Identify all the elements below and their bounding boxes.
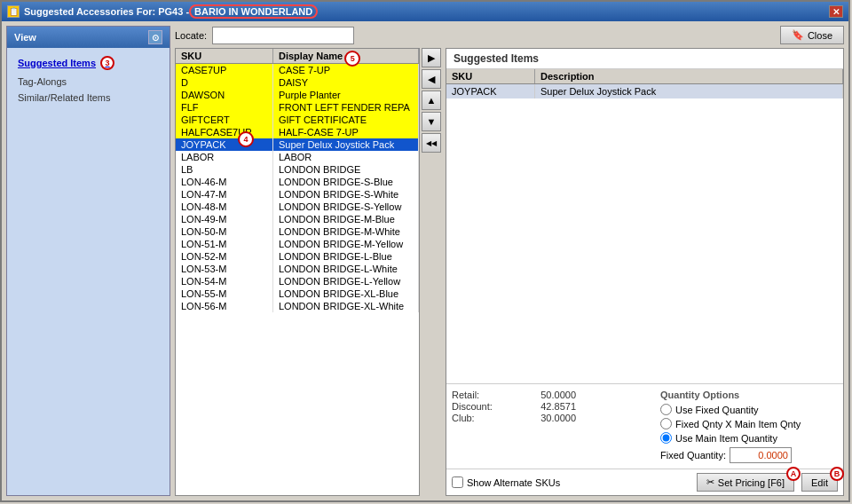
list-item[interactable]: LON-46-M LONDON BRIDGE-S-Blue: [176, 176, 419, 188]
name-cell: LONDON BRIDGE-L-Blue: [273, 250, 419, 263]
sku-cell: LON-55-M: [176, 287, 273, 300]
view-label: View: [14, 32, 36, 43]
list-item[interactable]: LON-50-M LONDON BRIDGE-M-White: [176, 225, 419, 238]
set-pricing-icon: ✂: [706, 476, 714, 488]
list-item[interactable]: DAWSON Purple Planter: [176, 89, 419, 101]
tagalongs-label: Tag-Alongs: [18, 76, 67, 87]
suggested-list-item[interactable]: JOYPACK Super Delux Joystick Pack: [446, 84, 843, 98]
list-item[interactable]: LON-49-M LONDON BRIDGE-M-Blue: [176, 213, 419, 225]
move-up-button[interactable]: ▲: [422, 91, 441, 110]
close-icon: 🔖: [792, 29, 804, 41]
name-cell: LONDON BRIDGE-L-Yellow: [273, 275, 419, 287]
list-item[interactable]: LB LONDON BRIDGE: [176, 163, 419, 176]
move-down-button[interactable]: ▼: [422, 112, 441, 131]
sku-cell: LON-51-M: [176, 238, 273, 250]
title-highlight: BARIO IN WONDERLAND: [189, 4, 318, 19]
name-cell: DAISY: [273, 76, 419, 89]
sku-cell: DAWSON: [176, 89, 273, 101]
locate-label: Locate:: [175, 30, 207, 41]
list-item[interactable]: HALFCASE7UP HALF-CASE 7-UP: [176, 126, 419, 138]
name-cell: LONDON BRIDGE-M-Blue: [273, 213, 419, 225]
name-cell: LONDON BRIDGE-XL-Blue: [273, 287, 419, 300]
name-cell: FRONT LEFT FENDER REPA: [273, 101, 419, 114]
list-item[interactable]: LON-56-M LONDON BRIDGE-XL-White: [176, 300, 419, 312]
radio-fixed-x-main[interactable]: Fixed Qnty X Main Item Qnty: [660, 418, 838, 429]
radio-main-qty[interactable]: Use Main Item Quantity: [660, 432, 838, 444]
suggested-title: Suggested Items: [446, 49, 843, 69]
sku-cell: LON-54-M: [176, 275, 273, 287]
list-item[interactable]: D DAISY: [176, 76, 419, 89]
list-item[interactable]: CASE7UP CASE 7-UP: [176, 64, 419, 76]
list-item[interactable]: LON-48-M LONDON BRIDGE-S-Yellow: [176, 201, 419, 213]
sidebar-item-similar[interactable]: Similar/Related Items: [7, 90, 170, 106]
edit-label: Edit: [811, 477, 828, 488]
suggested-sku-cell: JOYPACK: [446, 84, 535, 98]
sidebar-item-tagalongs[interactable]: Tag-Alongs: [7, 74, 170, 90]
sidebar-item-suggested[interactable]: Suggested Items 3: [7, 52, 170, 74]
sku-list-body[interactable]: CASE7UP CASE 7-UP D DAISY DAWSON Purple …: [176, 64, 419, 495]
discount-label: Discount:: [452, 401, 514, 412]
view-expand-button[interactable]: ⊙: [148, 30, 162, 44]
list-item-selected[interactable]: JOYPACK Super Delux Joystick Pack 4: [176, 138, 419, 151]
list-item[interactable]: LABOR LABOR: [176, 151, 419, 163]
show-alternate-row: Show Alternate SKUs: [452, 476, 560, 488]
bottom-info-area: Retail: 50.0000 Discount: 42.8571 Club: …: [446, 383, 843, 469]
radio-fixed-label: Use Fixed Quantity: [675, 405, 759, 415]
fixed-qty-input[interactable]: [730, 447, 792, 463]
name-cell: LONDON BRIDGE-L-White: [273, 263, 419, 275]
sku-cell: LON-56-M: [176, 300, 273, 312]
suggested-empty-space: [446, 98, 843, 383]
move-all-left-button[interactable]: ◀◀: [422, 133, 441, 153]
list-item[interactable]: GIFTCERT GIFT CERTIFICATE: [176, 114, 419, 126]
action-buttons: ✂ Set Pricing [F6] A Edit B: [697, 473, 838, 492]
sku-cell: LABOR: [176, 151, 273, 163]
sku-cell: LON-52-M: [176, 250, 273, 263]
club-row: Club: 30.0000: [452, 413, 651, 423]
sku-cell: LON-47-M: [176, 188, 273, 201]
list-item[interactable]: LON-55-M LONDON BRIDGE-XL-Blue: [176, 287, 419, 300]
list-item[interactable]: FLF FRONT LEFT FENDER REPA: [176, 101, 419, 114]
radio-fixed-input[interactable]: [660, 404, 672, 415]
list-item[interactable]: LON-53-M LONDON BRIDGE-L-White: [176, 263, 419, 275]
name-cell: LONDON BRIDGE-S-Blue: [273, 176, 419, 188]
list-item[interactable]: LON-51-M LONDON BRIDGE-M-Yellow: [176, 238, 419, 250]
radio-fixed-x-main-input[interactable]: [660, 418, 672, 429]
sku-cell: LON-46-M: [176, 176, 273, 188]
name-cell: CASE 7-UP: [273, 64, 419, 76]
close-button[interactable]: 🔖 Close: [780, 26, 844, 44]
list-item[interactable]: LON-54-M LONDON BRIDGE-L-Yellow: [176, 275, 419, 287]
badge-a: A: [786, 467, 801, 481]
edit-button[interactable]: Edit B: [801, 473, 838, 492]
left-nav: Suggested Items 3 Tag-Alongs Similar/Rel…: [7, 48, 170, 110]
sku-cell: CASE7UP: [176, 64, 273, 76]
suggested-items-label: Suggested Items: [18, 58, 96, 68]
window-icon: 📋: [7, 5, 20, 18]
qty-options-title: Quantity Options: [660, 390, 838, 400]
discount-value: 42.8571: [514, 401, 576, 412]
badge-4: 4: [238, 131, 254, 147]
name-cell: LONDON BRIDGE-S-White: [273, 188, 419, 201]
title-close-button[interactable]: ✕: [829, 5, 843, 18]
move-left-button[interactable]: ◀: [422, 69, 441, 89]
name-cell: Super Delux Joystick Pack: [273, 138, 419, 151]
locate-input[interactable]: [212, 27, 354, 44]
suggested-header: SKU Description: [446, 69, 843, 84]
radio-fixed-x-main-label: Fixed Qnty X Main Item Qnty: [675, 419, 801, 429]
radio-fixed-qty[interactable]: Use Fixed Quantity: [660, 404, 838, 415]
radio-main-input[interactable]: [660, 432, 672, 444]
club-label: Club:: [452, 413, 514, 423]
locate-row: Locate:: [175, 27, 354, 44]
list-item[interactable]: LON-52-M LONDON BRIDGE-L-Blue: [176, 250, 419, 263]
retail-value: 50.0000: [514, 390, 576, 400]
main-window: 📋 Suggested Accessories For: PG43 - BARI…: [0, 0, 850, 502]
quantity-options: Quantity Options Use Fixed Quantity Fixe…: [660, 390, 838, 463]
sku-cell: LON-49-M: [176, 213, 273, 225]
name-cell: HALF-CASE 7-UP: [273, 126, 419, 138]
set-pricing-button[interactable]: ✂ Set Pricing [F6] A: [697, 473, 794, 492]
show-alternate-checkbox[interactable]: [452, 476, 463, 488]
name-cell: LONDON BRIDGE-M-Yellow: [273, 238, 419, 250]
list-item[interactable]: LON-47-M LONDON BRIDGE-S-White: [176, 188, 419, 201]
move-right-button[interactable]: ▶: [422, 48, 441, 67]
sku-list-container: SKU Display Name 5 CASE7UP CASE 7-UP: [175, 48, 420, 496]
name-cell: LONDON BRIDGE-M-White: [273, 225, 419, 238]
